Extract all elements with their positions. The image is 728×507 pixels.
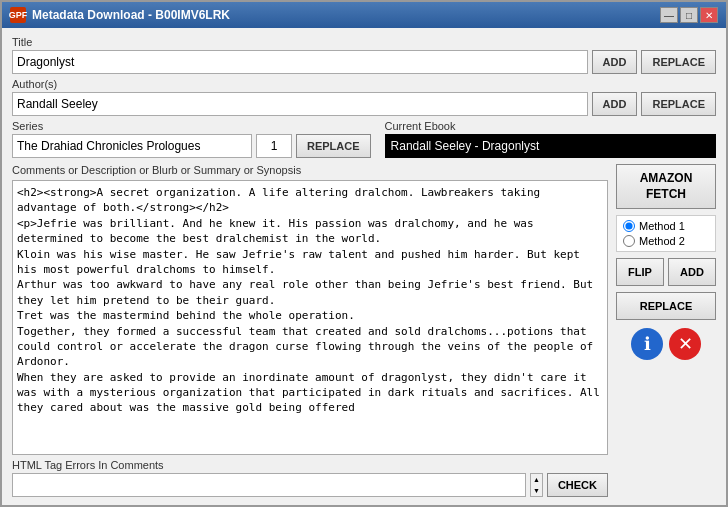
title-field-row: Title ADD REPLACE bbox=[12, 36, 716, 74]
method2-radio[interactable] bbox=[623, 235, 635, 247]
html-errors-spinner: ▲ ▼ bbox=[530, 473, 543, 497]
method2-radio-item: Method 2 bbox=[623, 235, 709, 247]
series-section: Series REPLACE bbox=[12, 120, 371, 158]
amazon-fetch-button[interactable]: AMAZONFETCH bbox=[616, 164, 716, 209]
title-bar-buttons: — □ ✕ bbox=[660, 7, 718, 23]
method1-radio[interactable] bbox=[623, 220, 635, 232]
series-label: Series bbox=[12, 120, 371, 132]
html-errors-label: HTML Tag Errors In Comments bbox=[12, 459, 608, 471]
info-button[interactable]: ℹ bbox=[631, 328, 663, 360]
title-add-button[interactable]: ADD bbox=[592, 50, 638, 74]
spinner-up[interactable]: ▲ bbox=[531, 474, 542, 485]
title-input-row: ADD REPLACE bbox=[12, 50, 716, 74]
right-panel: AMAZONFETCH Method 1 Method 2 FLIP ADD R… bbox=[616, 164, 716, 497]
html-errors-section: HTML Tag Errors In Comments ▲ ▼ CHECK bbox=[12, 459, 608, 497]
spinner-down[interactable]: ▼ bbox=[531, 485, 542, 496]
bottom-icon-row: ℹ ✕ bbox=[616, 328, 716, 360]
author-add-button[interactable]: ADD bbox=[592, 92, 638, 116]
content-area: Title ADD REPLACE Author(s) ADD REPLACE … bbox=[2, 28, 726, 505]
title-replace-button[interactable]: REPLACE bbox=[641, 50, 716, 74]
window-title: Metadata Download - B00IMV6LRK bbox=[32, 8, 230, 22]
series-number-input[interactable] bbox=[256, 134, 292, 158]
check-button[interactable]: CHECK bbox=[547, 473, 608, 497]
html-errors-input[interactable] bbox=[12, 473, 526, 497]
method-radio-group: Method 1 Method 2 bbox=[616, 215, 716, 252]
series-row: Series REPLACE Current Ebook Randall See… bbox=[12, 120, 716, 158]
title-input[interactable] bbox=[12, 50, 588, 74]
html-errors-row: ▲ ▼ CHECK bbox=[12, 473, 608, 497]
current-ebook-value: Randall Seeley - Dragonlyst bbox=[385, 134, 716, 158]
author-input[interactable] bbox=[12, 92, 588, 116]
flip-add-row: FLIP ADD bbox=[616, 258, 716, 286]
author-label: Author(s) bbox=[12, 78, 716, 90]
main-area: Comments or Description or Blurb or Summ… bbox=[12, 164, 716, 497]
main-window: GPF Metadata Download - B00IMV6LRK — □ ✕… bbox=[0, 0, 728, 507]
author-field-row: Author(s) ADD REPLACE bbox=[12, 78, 716, 116]
series-replace-button[interactable]: REPLACE bbox=[296, 134, 371, 158]
current-ebook-label: Current Ebook bbox=[385, 120, 716, 132]
title-bar-left: GPF Metadata Download - B00IMV6LRK bbox=[10, 7, 230, 23]
app-icon: GPF bbox=[10, 7, 26, 23]
author-replace-button[interactable]: REPLACE bbox=[641, 92, 716, 116]
comments-label: Comments or Description or Blurb or Summ… bbox=[12, 164, 608, 176]
current-ebook-section: Current Ebook Randall Seeley - Dragonlys… bbox=[385, 120, 716, 158]
close-button[interactable]: ✕ bbox=[700, 7, 718, 23]
method2-label: Method 2 bbox=[639, 235, 685, 247]
replace-right-button[interactable]: REPLACE bbox=[616, 292, 716, 320]
minimize-button[interactable]: — bbox=[660, 7, 678, 23]
add-right-button[interactable]: ADD bbox=[668, 258, 716, 286]
left-panel: Comments or Description or Blurb or Summ… bbox=[12, 164, 608, 497]
maximize-button[interactable]: □ bbox=[680, 7, 698, 23]
title-label: Title bbox=[12, 36, 716, 48]
author-input-row: ADD REPLACE bbox=[12, 92, 716, 116]
flip-button[interactable]: FLIP bbox=[616, 258, 664, 286]
method1-radio-item: Method 1 bbox=[623, 220, 709, 232]
close-red-button[interactable]: ✕ bbox=[669, 328, 701, 360]
method1-label: Method 1 bbox=[639, 220, 685, 232]
comments-textarea[interactable] bbox=[12, 180, 608, 455]
series-input[interactable] bbox=[12, 134, 252, 158]
series-input-row: REPLACE bbox=[12, 134, 371, 158]
title-bar: GPF Metadata Download - B00IMV6LRK — □ ✕ bbox=[2, 2, 726, 28]
